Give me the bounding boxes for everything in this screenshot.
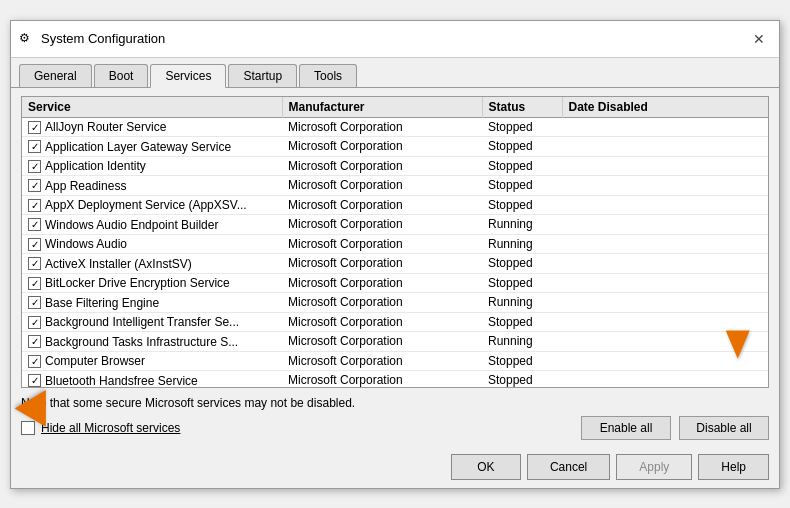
services-table-scroll[interactable]: Service Manufacturer Status Date Disable… xyxy=(22,97,768,387)
service-status-8: Stopped xyxy=(482,273,562,293)
enable-disable-buttons: Enable all Disable all xyxy=(581,416,769,440)
service-name-cell: Computer Browser xyxy=(22,351,282,371)
table-row[interactable]: Bluetooth Handsfree Service Microsoft Co… xyxy=(22,371,768,387)
service-checkbox-12[interactable] xyxy=(28,355,41,368)
service-status-13: Stopped xyxy=(482,371,562,387)
service-status-0: Stopped xyxy=(482,117,562,137)
service-name-7: ActiveX Installer (AxInstSV) xyxy=(45,257,192,271)
service-date-6 xyxy=(562,234,768,254)
service-date-2 xyxy=(562,156,768,176)
service-manufacturer-5: Microsoft Corporation xyxy=(282,215,482,235)
enable-all-button[interactable]: Enable all xyxy=(581,416,671,440)
service-name-4: AppX Deployment Service (AppXSV... xyxy=(45,198,247,212)
service-manufacturer-1: Microsoft Corporation xyxy=(282,137,482,157)
service-date-7 xyxy=(562,254,768,274)
table-row[interactable]: Base Filtering Engine Microsoft Corporat… xyxy=(22,293,768,313)
hide-ms-checkbox[interactable] xyxy=(21,421,35,435)
service-date-12 xyxy=(562,351,768,371)
tab-services[interactable]: Services xyxy=(150,64,226,88)
service-name-12: Computer Browser xyxy=(45,354,145,368)
service-name-cell: AllJoyn Router Service xyxy=(22,117,282,137)
table-row[interactable]: Background Tasks Infrastructure S... Mic… xyxy=(22,332,768,352)
tab-tools[interactable]: Tools xyxy=(299,64,357,87)
service-name-2: Application Identity xyxy=(45,159,146,173)
table-row[interactable]: Windows Audio Endpoint Builder Microsoft… xyxy=(22,215,768,235)
window-title: System Configuration xyxy=(41,31,165,46)
table-row[interactable]: Application Identity Microsoft Corporati… xyxy=(22,156,768,176)
service-checkbox-11[interactable] xyxy=(28,335,41,348)
service-status-2: Stopped xyxy=(482,156,562,176)
col-manufacturer[interactable]: Manufacturer xyxy=(282,97,482,118)
hide-ms-row: Hide all Microsoft services xyxy=(21,421,180,435)
service-checkbox-6[interactable] xyxy=(28,238,41,251)
service-name-1: Application Layer Gateway Service xyxy=(45,140,231,154)
tab-general[interactable]: General xyxy=(19,64,92,87)
service-checkbox-3[interactable] xyxy=(28,179,41,192)
col-date-disabled[interactable]: Date Disabled xyxy=(562,97,768,118)
service-date-5 xyxy=(562,215,768,235)
service-status-6: Running xyxy=(482,234,562,254)
close-button[interactable]: ✕ xyxy=(747,27,771,51)
service-status-5: Running xyxy=(482,215,562,235)
service-date-1 xyxy=(562,137,768,157)
service-name-cell: Application Layer Gateway Service xyxy=(22,137,282,157)
ok-button[interactable]: OK xyxy=(451,454,521,480)
service-name-9: Base Filtering Engine xyxy=(45,296,159,310)
service-name-3: App Readiness xyxy=(45,179,126,193)
service-name-6: Windows Audio xyxy=(45,237,127,251)
service-checkbox-1[interactable] xyxy=(28,140,41,153)
col-status[interactable]: Status xyxy=(482,97,562,118)
service-name-8: BitLocker Drive Encryption Service xyxy=(45,276,230,290)
service-status-4: Stopped xyxy=(482,195,562,215)
service-name-cell: Background Intelligent Transfer Se... xyxy=(22,312,282,332)
table-row[interactable]: App Readiness Microsoft Corporation Stop… xyxy=(22,176,768,196)
service-name-cell: Windows Audio Endpoint Builder xyxy=(22,215,282,235)
service-checkbox-4[interactable] xyxy=(28,199,41,212)
service-manufacturer-3: Microsoft Corporation xyxy=(282,176,482,196)
service-manufacturer-8: Microsoft Corporation xyxy=(282,273,482,293)
tab-bar: General Boot Services Startup Tools xyxy=(11,58,779,88)
service-date-4 xyxy=(562,195,768,215)
service-status-10: Stopped xyxy=(482,312,562,332)
service-checkbox-2[interactable] xyxy=(28,160,41,173)
title-bar: ⚙ System Configuration ✕ xyxy=(11,21,779,58)
disable-all-button[interactable]: Disable all xyxy=(679,416,769,440)
cancel-button[interactable]: Cancel xyxy=(527,454,610,480)
service-name-cell: ActiveX Installer (AxInstSV) xyxy=(22,254,282,274)
dialog-buttons: OK Cancel Apply Help xyxy=(11,448,779,488)
system-configuration-window: ⚙ System Configuration ✕ General Boot Se… xyxy=(10,20,780,489)
service-checkbox-9[interactable] xyxy=(28,296,41,309)
table-row[interactable]: Background Intelligent Transfer Se... Mi… xyxy=(22,312,768,332)
help-button[interactable]: Help xyxy=(698,454,769,480)
table-row[interactable]: ActiveX Installer (AxInstSV) Microsoft C… xyxy=(22,254,768,274)
note-text: Note that some secure Microsoft services… xyxy=(21,396,769,410)
service-manufacturer-7: Microsoft Corporation xyxy=(282,254,482,274)
service-manufacturer-12: Microsoft Corporation xyxy=(282,351,482,371)
service-manufacturer-6: Microsoft Corporation xyxy=(282,234,482,254)
service-manufacturer-2: Microsoft Corporation xyxy=(282,156,482,176)
service-checkbox-5[interactable] xyxy=(28,218,41,231)
app-icon: ⚙ xyxy=(19,31,35,47)
service-date-8 xyxy=(562,273,768,293)
service-checkbox-0[interactable] xyxy=(28,121,41,134)
tab-boot[interactable]: Boot xyxy=(94,64,149,87)
service-checkbox-10[interactable] xyxy=(28,316,41,329)
service-checkbox-13[interactable] xyxy=(28,374,41,387)
tab-startup[interactable]: Startup xyxy=(228,64,297,87)
service-date-0 xyxy=(562,117,768,137)
service-status-12: Stopped xyxy=(482,351,562,371)
service-checkbox-8[interactable] xyxy=(28,277,41,290)
service-manufacturer-11: Microsoft Corporation xyxy=(282,332,482,352)
table-row[interactable]: Application Layer Gateway Service Micros… xyxy=(22,137,768,157)
service-date-10 xyxy=(562,312,768,332)
service-name-cell: Application Identity xyxy=(22,156,282,176)
table-row[interactable]: Windows Audio Microsoft Corporation Runn… xyxy=(22,234,768,254)
col-service[interactable]: Service xyxy=(22,97,282,118)
apply-button[interactable]: Apply xyxy=(616,454,692,480)
service-name-cell: Bluetooth Handsfree Service xyxy=(22,371,282,387)
table-row[interactable]: AppX Deployment Service (AppXSV... Micro… xyxy=(22,195,768,215)
service-checkbox-7[interactable] xyxy=(28,257,41,270)
table-row[interactable]: Computer Browser Microsoft Corporation S… xyxy=(22,351,768,371)
table-row[interactable]: AllJoyn Router Service Microsoft Corpora… xyxy=(22,117,768,137)
table-row[interactable]: BitLocker Drive Encryption Service Micro… xyxy=(22,273,768,293)
